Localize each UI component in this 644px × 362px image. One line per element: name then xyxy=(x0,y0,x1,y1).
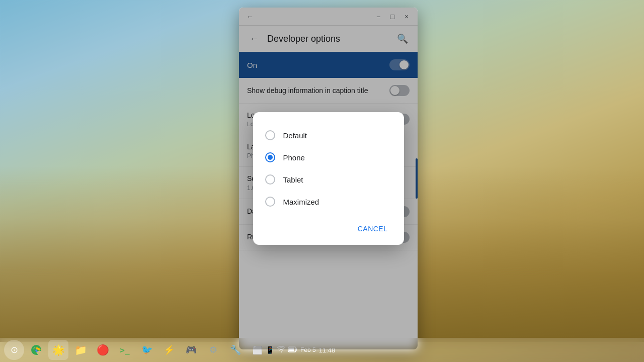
radio-circle-default xyxy=(265,130,275,140)
taskbar-icon-4[interactable]: 🔴 xyxy=(93,340,113,360)
taskbar-icon-2[interactable]: 🌟 xyxy=(48,340,68,360)
launcher-icon: ⊙ xyxy=(11,344,18,355)
dialog-actions: Cancel xyxy=(253,217,404,241)
radio-option-phone[interactable]: Phone xyxy=(253,146,404,168)
cancel-button[interactable]: Cancel xyxy=(350,221,396,237)
radio-label-default: Default xyxy=(283,131,307,140)
radio-circle-tablet xyxy=(265,174,275,185)
taskbar-icon-4-glyph: 🔴 xyxy=(97,344,109,356)
taskbar-files-icon[interactable]: 📁 xyxy=(70,340,91,360)
taskbar-vscode-glyph: ⚡ xyxy=(164,344,175,355)
taskbar-settings-icon[interactable]: ⚙ xyxy=(203,340,223,360)
taskbar-icon-2-glyph: 🌟 xyxy=(52,344,65,356)
taskbar-vscode-icon[interactable]: ⚡ xyxy=(159,340,179,360)
taskbar-terminal-glyph: >_ xyxy=(120,345,129,355)
taskbar-terminal-icon[interactable]: >_ xyxy=(115,340,135,360)
launcher-button[interactable]: ⊙ xyxy=(4,340,24,360)
taskbar-settings-glyph: ⚙ xyxy=(209,344,217,355)
taskbar-files-glyph: 📁 xyxy=(74,344,87,356)
launch-size-dialog: Default Phone Tablet Maximized Cancel xyxy=(253,112,404,245)
radio-circle-maximized xyxy=(265,197,275,207)
radio-circle-phone xyxy=(265,152,275,162)
taskbar-chrome-icon[interactable] xyxy=(26,340,46,360)
radio-option-tablet[interactable]: Tablet xyxy=(253,168,404,191)
radio-label-maximized: Maximized xyxy=(283,198,319,206)
taskbar-icon-8-glyph: 🎮 xyxy=(186,344,197,355)
radio-label-phone: Phone xyxy=(283,153,305,162)
taskbar-twitter-icon[interactable]: 🐦 xyxy=(137,340,157,360)
taskbar-icon-8[interactable]: 🎮 xyxy=(181,340,201,360)
radio-label-tablet: Tablet xyxy=(283,175,303,184)
radio-option-default[interactable]: Default xyxy=(253,124,404,146)
dialog-overlay: Default Phone Tablet Maximized Cancel xyxy=(239,8,418,349)
taskbar-twitter-glyph: 🐦 xyxy=(141,344,152,355)
radio-option-maximized[interactable]: Maximized xyxy=(253,191,404,213)
